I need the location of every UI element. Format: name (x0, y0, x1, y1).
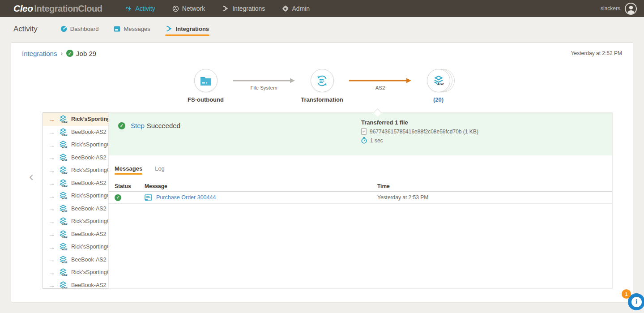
list-item[interactable]: → AS2 Rick’sSportingG... (43, 240, 118, 253)
step-link[interactable]: Step (131, 122, 145, 129)
success-check-icon: ✓ (66, 50, 73, 57)
svg-text:AS2: AS2 (62, 223, 68, 226)
as2-stack-icon: AS2 (59, 128, 68, 137)
svg-text:AS2: AS2 (62, 172, 68, 175)
tab-messages[interactable]: Messages (113, 24, 150, 35)
list-item[interactable]: → AS2 BeeBook-AS2 (43, 151, 118, 164)
breadcrumb-integrations-link[interactable]: Integrations (22, 50, 57, 57)
nav-activity-label: Activity (136, 5, 155, 12)
list-item-label: BeeBook-AS2 (71, 129, 107, 135)
list-item[interactable]: → AS2 Rick’sSportingG... (43, 189, 118, 202)
avatar-body (627, 10, 635, 15)
message-link[interactable]: Purchase Order 300444 (156, 194, 216, 201)
tab-dashboard[interactable]: Dashboard (60, 24, 99, 35)
tab-messages-label: Messages (124, 26, 150, 32)
list-item-label: BeeBook-AS2 (71, 206, 107, 212)
list-item[interactable]: → AS2 Rick’sSporting... (43, 113, 118, 126)
as2-stack-icon: AS2 (59, 179, 68, 188)
node-label-fs-outbound: FS-outbound (188, 96, 224, 103)
flow-arrow-icon: → (48, 154, 55, 161)
notification-badge[interactable]: 1 (622, 289, 631, 299)
as2-group-node[interactable]: AS2 (427, 69, 450, 92)
list-item[interactable]: → AS2 BeeBook-AS2 (43, 228, 118, 241)
nav-activity[interactable]: Activity (126, 5, 155, 12)
flow-arrow-icon: → (48, 218, 55, 225)
fs-outbound-node[interactable] (194, 69, 218, 92)
as2-stack-icon: AS2 (59, 230, 68, 239)
list-item[interactable]: → AS2 Rick’sSportingG... (43, 138, 118, 151)
svg-text:AS2: AS2 (62, 146, 68, 149)
column-message: Message (145, 183, 377, 189)
svg-text:AS2: AS2 (437, 82, 444, 86)
column-time: Time (377, 183, 612, 189)
list-item-label: BeeBook-AS2 (71, 282, 107, 288)
flow-diagram: FS-outbound File System (11, 69, 633, 103)
list-item[interactable]: → AS2 Rick’sSportingG... (43, 164, 118, 177)
svg-text:AS2: AS2 (62, 235, 68, 238)
network-icon (172, 5, 179, 12)
job-title: Job 29 (76, 50, 96, 57)
nav-integrations-label: Integrations (232, 5, 265, 12)
tab-integrations[interactable]: Integrations (165, 23, 209, 35)
messages-table: Status Message Time ✓ Purchase Order 300… (109, 181, 612, 204)
list-item-label: BeeBook-AS2 (71, 257, 107, 263)
tab-log-detail[interactable]: Log (155, 165, 165, 175)
user-area: slackers (601, 0, 637, 17)
svg-text:AS2: AS2 (62, 120, 68, 124)
transformation-node[interactable] (311, 69, 334, 92)
flow-connection-as2: AS2 (347, 77, 414, 90)
flow-node-fs-outbound: FS-outbound (181, 69, 230, 103)
avatar[interactable] (625, 3, 637, 15)
node-label-count: (20) (433, 96, 444, 103)
list-item[interactable]: → AS2 BeeBook-AS2 (43, 177, 118, 190)
transfer-file-row: 967743615785416e88f2c08e56fcd70b (1 KB) (361, 128, 478, 135)
flow-arrow-icon: → (48, 243, 55, 251)
list-item[interactable]: → AS2 BeeBook-AS2 (43, 279, 118, 289)
flow-node-as2-group: AS2 (20) (414, 69, 463, 103)
nav-network-label: Network (182, 5, 205, 12)
orange-arrow-icon (349, 77, 412, 84)
lightning-icon (126, 5, 132, 12)
nav-integrations[interactable]: Integrations (222, 5, 265, 12)
as2-stack-icon: AS2 (59, 217, 68, 226)
gear-icon (282, 5, 289, 12)
nav-network[interactable]: Network (172, 5, 205, 12)
svg-text:AS2: AS2 (62, 248, 68, 251)
list-item[interactable]: → AS2 BeeBook-AS2 (43, 253, 118, 266)
tab-messages-detail[interactable]: Messages (115, 165, 142, 175)
folder-icon (200, 75, 212, 86)
section-title: Activity (13, 25, 38, 34)
list-item[interactable]: → AS2 Rick’sSportingG... (43, 266, 118, 279)
logo-cleo: Cleo (13, 3, 33, 14)
flow-arrow-icon: → (48, 281, 55, 289)
as2-stack-icon: AS2 (433, 75, 444, 86)
list-item[interactable]: → AS2 Rick’sSportingG... (43, 215, 118, 228)
as2-stack-icon: AS2 (59, 255, 68, 264)
subtabs: Dashboard Messages Integrations (60, 23, 209, 35)
transfer-duration-row: 1 sec (361, 137, 478, 144)
svg-text:AS2: AS2 (62, 197, 68, 200)
list-item[interactable]: → AS2 BeeBook-AS2 (43, 202, 118, 215)
svg-text:AS2: AS2 (62, 286, 68, 289)
job-timestamp: Yesterday at 2:52 PM (571, 50, 622, 56)
list-item[interactable]: → AS2 BeeBook-AS2 (43, 126, 118, 139)
transfer-title: Transferred 1 file (361, 119, 478, 126)
nav-admin[interactable]: Admin (282, 5, 310, 12)
as2-stack-icon: AS2 (59, 268, 68, 277)
flow-arrow-icon: → (48, 269, 55, 276)
main-panel: Integrations › ✓ Job 29 Yesterday at 2:5… (11, 43, 633, 302)
row-success-icon: ✓ (115, 194, 121, 201)
messages-icon (114, 26, 120, 32)
job-list: → AS2 Rick’sSporting... → (43, 112, 119, 289)
flow-arrow-icon: → (48, 179, 55, 187)
chevron-left-icon[interactable]: ‹ (29, 170, 34, 183)
step-status: ✓ Step Succeeded (118, 122, 180, 129)
app-logo[interactable]: Cleo IntegrationCloud (13, 3, 102, 14)
file-icon (361, 128, 367, 135)
as2-stack-icon: AS2 (59, 140, 68, 149)
flow-arrow-icon: → (48, 116, 55, 123)
as2-stack-icon: AS2 (59, 242, 68, 251)
transfer-file-name[interactable]: 967743615785416e88f2c08e56fcd70b (1 KB) (370, 129, 478, 135)
message-cell: Purchase Order 300444 (145, 194, 377, 201)
topbar: Cleo IntegrationCloud Activity Network I… (0, 0, 644, 17)
